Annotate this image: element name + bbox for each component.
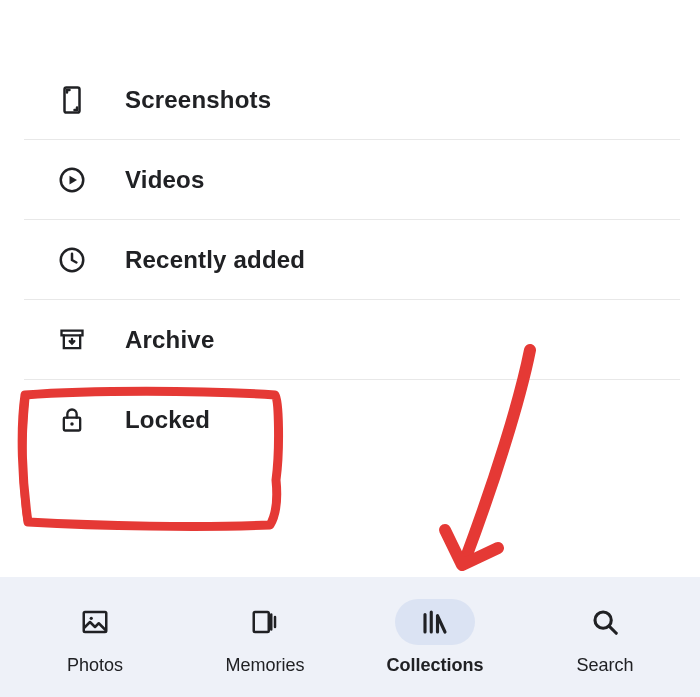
list-item-label: Archive xyxy=(125,326,214,354)
list-item-label: Recently added xyxy=(125,246,305,274)
list-item-recently-added[interactable]: Recently added xyxy=(0,220,700,300)
list-item-videos[interactable]: Videos xyxy=(0,140,700,220)
search-icon xyxy=(565,599,645,645)
nav-collections[interactable]: Collections xyxy=(350,599,520,676)
screenshot-icon xyxy=(55,83,89,117)
list-item-locked[interactable]: Locked xyxy=(0,380,700,460)
nav-label: Search xyxy=(576,655,633,676)
bottom-nav: Photos Memories Collections Search xyxy=(0,577,700,697)
clock-icon xyxy=(55,243,89,277)
memories-icon xyxy=(225,599,305,645)
svg-point-4 xyxy=(70,422,74,426)
list-item-label: Locked xyxy=(125,406,210,434)
list-item-label: Videos xyxy=(125,166,204,194)
nav-photos[interactable]: Photos xyxy=(10,599,180,676)
category-list: Screenshots Videos Recently added xyxy=(0,0,700,460)
play-circle-icon xyxy=(55,163,89,197)
nav-memories[interactable]: Memories xyxy=(180,599,350,676)
library-icon xyxy=(395,599,475,645)
nav-label: Collections xyxy=(386,655,483,676)
image-icon xyxy=(55,599,135,645)
svg-point-6 xyxy=(90,616,93,619)
archive-icon xyxy=(55,323,89,357)
svg-rect-7 xyxy=(254,612,269,632)
nav-label: Photos xyxy=(67,655,123,676)
nav-label: Memories xyxy=(225,655,304,676)
list-item-screenshots[interactable]: Screenshots xyxy=(0,60,700,140)
list-item-label: Screenshots xyxy=(125,86,271,114)
lock-icon xyxy=(55,403,89,437)
nav-search[interactable]: Search xyxy=(520,599,690,676)
list-item-archive[interactable]: Archive xyxy=(0,300,700,380)
